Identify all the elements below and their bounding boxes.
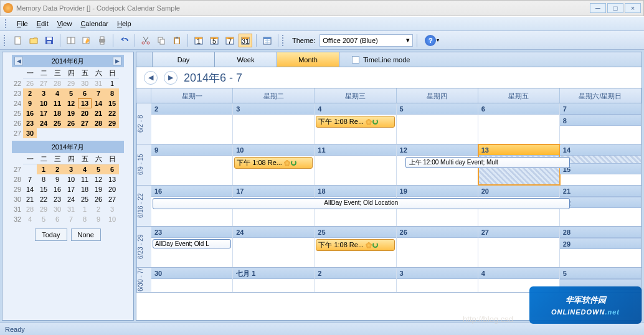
day-cell[interactable]: 5 xyxy=(560,268,642,292)
minical-day[interactable]: 2 xyxy=(92,204,105,214)
minical-day[interactable]: 31 xyxy=(64,204,78,214)
minical-day[interactable]: 1 xyxy=(37,164,50,174)
event-recurring[interactable]: 下午 1:08 Re... xyxy=(316,116,394,128)
cal-blue-icon[interactable] xyxy=(260,34,274,47)
minical-day[interactable]: 23 xyxy=(50,194,64,204)
minical-day[interactable]: 15 xyxy=(37,184,50,194)
menu-file[interactable]: File xyxy=(13,19,32,29)
minical-day[interactable]: 3 xyxy=(64,164,78,174)
minical-day[interactable]: 19 xyxy=(92,184,105,194)
day-cell[interactable]: 1415 xyxy=(560,144,642,185)
grip-icon[interactable] xyxy=(4,35,7,46)
date-label[interactable]: 5 xyxy=(560,268,641,279)
minical-day[interactable]: 2 xyxy=(50,164,64,174)
cal31-icon[interactable]: 31 xyxy=(239,34,252,47)
cal1-icon[interactable]: 1 xyxy=(192,34,206,47)
minical-day[interactable]: 6 xyxy=(50,214,64,224)
maximize-button[interactable]: □ xyxy=(607,3,623,13)
minical-day[interactable]: 21 xyxy=(23,194,37,204)
close-button[interactable]: × xyxy=(625,3,641,13)
menu-help[interactable]: Help xyxy=(113,19,135,29)
minical-day[interactable]: 3 xyxy=(37,88,50,98)
cal5-icon[interactable]: 5 xyxy=(207,34,221,47)
minical-day[interactable]: 10 xyxy=(64,174,78,184)
date-label[interactable]: 15 xyxy=(560,163,641,174)
date-label[interactable]: 6 xyxy=(478,103,559,115)
event-recurring[interactable]: 下午 1:08 Re... xyxy=(316,239,394,251)
minical-day[interactable]: 13 xyxy=(105,174,119,184)
date-label[interactable]: 19 xyxy=(397,186,478,197)
minical-day[interactable]: 9 xyxy=(23,98,37,108)
minical-day[interactable]: 14 xyxy=(92,98,105,108)
today-button[interactable]: Today xyxy=(35,229,67,241)
minical-day[interactable]: 19 xyxy=(64,108,78,118)
prev-month-button[interactable]: ◀ xyxy=(14,57,23,65)
minical-day[interactable]: 11 xyxy=(78,174,92,184)
minical-day[interactable]: 7 xyxy=(92,88,105,98)
minical-day[interactable]: 5 xyxy=(92,164,105,174)
date-label[interactable]: 2 xyxy=(315,268,395,279)
date-label[interactable]: 5 xyxy=(397,103,478,115)
minical-day[interactable]: 26 xyxy=(64,118,78,128)
date-label[interactable]: 14 xyxy=(560,144,641,156)
minical-day[interactable]: 8 xyxy=(78,214,92,224)
date-label[interactable]: 4 xyxy=(478,268,559,279)
day-cell[interactable]: 2 xyxy=(315,268,396,292)
day-cell[interactable]: 9 xyxy=(151,144,233,185)
minical-day[interactable] xyxy=(23,164,37,174)
minical-day[interactable]: 11 xyxy=(50,98,64,108)
date-label[interactable]: 21 xyxy=(560,186,641,197)
theme-combo[interactable]: Office 2007 (Blue) ▾ xyxy=(320,34,413,47)
paste-icon[interactable] xyxy=(170,34,184,47)
date-label[interactable]: 10 xyxy=(233,144,314,156)
minical-day[interactable]: 1 xyxy=(105,78,119,88)
date-label[interactable]: 2 xyxy=(151,103,232,115)
minical-day[interactable]: 26 xyxy=(92,194,105,204)
minical-day[interactable]: 31 xyxy=(92,78,105,88)
minical-day[interactable]: 10 xyxy=(105,214,119,224)
menu-edit[interactable]: Edit xyxy=(33,19,52,29)
grip-icon[interactable] xyxy=(5,19,8,28)
book-pencil-icon[interactable] xyxy=(80,34,93,47)
event-recurring[interactable]: 下午 1:08 Re... xyxy=(234,157,313,169)
day-cell[interactable]: 2122 xyxy=(560,186,642,226)
timeline-checkbox[interactable]: TimeLine mode xyxy=(352,52,410,67)
day-cell[interactable]: 23AllDay Event; Old L xyxy=(151,227,233,267)
date-label[interactable]: 七月 1 xyxy=(233,268,314,279)
minical-day[interactable]: 18 xyxy=(78,184,92,194)
event-allday[interactable]: AllDay Event; Old L xyxy=(153,239,231,248)
minical-day[interactable]: 9 xyxy=(50,174,64,184)
date-label[interactable] xyxy=(560,279,641,290)
chevron-down-icon[interactable]: ▾ xyxy=(437,37,439,43)
menu-view[interactable]: View xyxy=(54,19,76,29)
minical-day[interactable]: 21 xyxy=(92,108,105,118)
day-cell[interactable]: 78 xyxy=(560,103,642,144)
day-cell[interactable]: 6 xyxy=(478,103,560,144)
minical-day[interactable] xyxy=(92,128,105,138)
minical-day[interactable]: 24 xyxy=(64,194,78,204)
day-cell[interactable]: 25下午 1:08 Re... xyxy=(315,227,396,267)
cal7-icon[interactable]: 7 xyxy=(223,34,237,47)
date-label[interactable]: 9 xyxy=(151,144,232,156)
minical-day[interactable] xyxy=(37,128,50,138)
minical-day[interactable] xyxy=(50,128,64,138)
day-cell[interactable]: 3 xyxy=(397,268,478,292)
event-multiday[interactable]: 上午 12:00 Multi day Event; Mult xyxy=(405,157,570,168)
date-label[interactable]: 29 xyxy=(560,238,641,249)
minical-day[interactable]: 4 xyxy=(50,88,64,98)
minical-day[interactable]: 29 xyxy=(105,118,119,128)
minical-day[interactable]: 6 xyxy=(78,88,92,98)
minical-day[interactable]: 5 xyxy=(64,88,78,98)
event-allday-span[interactable]: AllDay Event; Old Location xyxy=(153,198,570,209)
date-label[interactable]: 3 xyxy=(233,103,314,115)
save-icon[interactable] xyxy=(42,34,56,47)
minical-day[interactable]: 3 xyxy=(105,204,119,214)
date-label[interactable]: 26 xyxy=(397,227,478,238)
minical-day[interactable]: 15 xyxy=(105,98,119,108)
copy-icon[interactable] xyxy=(154,34,168,47)
minical-day[interactable]: 9 xyxy=(92,214,105,224)
minical-day[interactable]: 12 xyxy=(64,98,78,108)
minical-day[interactable]: 1 xyxy=(78,204,92,214)
minical-day[interactable]: 18 xyxy=(50,108,64,118)
minical-day[interactable] xyxy=(64,128,78,138)
